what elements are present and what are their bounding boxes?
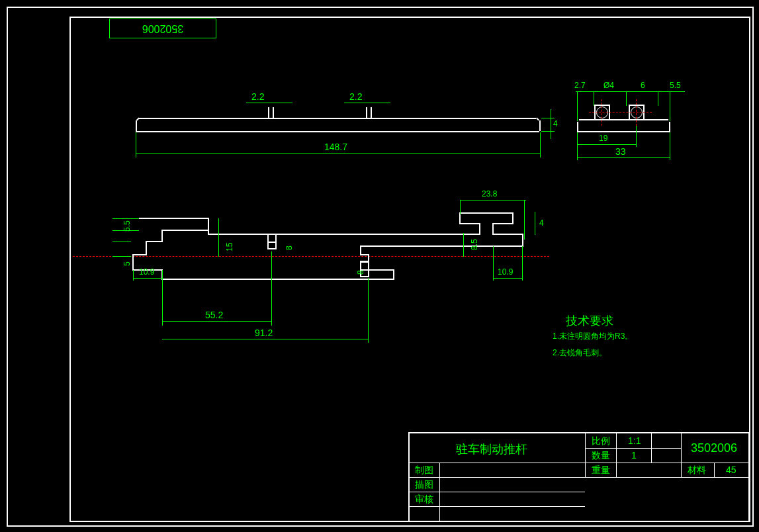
hole2 xyxy=(631,107,643,118)
dim-109l-l xyxy=(133,278,162,279)
dim-e-top xyxy=(576,91,685,92)
hole2-cl-v xyxy=(636,99,637,126)
dim-6: 6 xyxy=(641,81,645,90)
dim-33-e2 xyxy=(670,132,670,160)
tech-req-2: 2.去锐角毛刺。 xyxy=(553,347,607,359)
dim-19-e1 xyxy=(577,132,578,147)
tb-weight: 重量 xyxy=(592,465,610,476)
ext-e1 xyxy=(577,91,578,121)
front-view-bot xyxy=(136,131,539,132)
end-base-r xyxy=(669,122,670,131)
dim-912-e2 xyxy=(368,278,369,343)
tb-scale-val: 1:1 xyxy=(628,435,641,446)
dim-33-l xyxy=(577,157,670,158)
dim-4-l xyxy=(541,118,555,118)
dim-4p: 4 xyxy=(539,218,544,228)
end-base-l xyxy=(577,122,578,131)
tech-req-1: 1.未注明圆角均为R3。 xyxy=(553,331,633,342)
dim-85p: 8.5 xyxy=(470,239,479,250)
ext-e2 xyxy=(594,91,594,106)
front-view-r xyxy=(539,120,541,131)
tb-qty-lbl: 数量 xyxy=(592,450,610,462)
dim-19: 19 xyxy=(599,134,607,143)
dim-55-l2 xyxy=(112,230,139,231)
tb-qty-val: 1 xyxy=(631,450,637,461)
ext-e4 xyxy=(658,91,658,106)
dim-19-l xyxy=(577,144,637,145)
dim-15v xyxy=(218,218,219,257)
ext-e5 xyxy=(670,91,670,121)
dim-552: 55.2 xyxy=(205,310,223,320)
tb-material-val: 45 xyxy=(726,465,737,475)
dim-148-txt: 148.7 xyxy=(324,142,347,152)
dim-4pv xyxy=(535,212,535,235)
tb-scale-lbl: 比例 xyxy=(592,435,610,447)
end-base-top xyxy=(579,119,668,120)
dim-pin1: 2.2 xyxy=(251,91,264,102)
dim-109r-e2 xyxy=(522,246,523,281)
dim-552-e2 xyxy=(271,251,272,326)
dim-15p: 15 xyxy=(225,243,234,251)
pin2 xyxy=(366,107,367,118)
dim-4-l2 xyxy=(541,131,555,132)
dim-line-pin2 xyxy=(344,103,390,103)
dim-109l-e1 xyxy=(133,270,134,281)
pin1b xyxy=(273,107,274,118)
dim-109r-e1 xyxy=(493,246,494,281)
dim-33-e1b xyxy=(577,146,578,160)
plan-view-outline xyxy=(129,205,542,304)
dim-238-e1 xyxy=(460,200,461,214)
end-base-bot xyxy=(577,131,670,132)
dim-55e: 5.5 xyxy=(670,81,681,90)
dim-4-txt: 4 xyxy=(553,119,558,128)
dim-33: 33 xyxy=(615,146,626,157)
dim-27: 2.7 xyxy=(574,81,586,90)
dim-109r-l xyxy=(493,278,522,279)
title-block: 驻车制动推杆 比例 1:1 数量 1 3502006 制图 重量 材料 45 描… xyxy=(408,432,750,522)
dim-line-pin1 xyxy=(246,103,292,103)
dim-5p: 5 xyxy=(122,261,132,266)
tb-check: 审核 xyxy=(415,494,433,506)
hole1 xyxy=(596,107,608,118)
dim-4-v xyxy=(551,109,551,139)
dim-55-l1 xyxy=(112,218,139,219)
dim-8p: 8 xyxy=(285,245,294,250)
front-view-l xyxy=(136,120,137,131)
boss1-t xyxy=(594,105,610,106)
dim-8bp: 8 xyxy=(356,270,365,275)
dim-238-l xyxy=(460,200,526,200)
dim-109r: 10.9 xyxy=(498,267,513,277)
pin1 xyxy=(268,107,269,118)
tb-material: 材料 xyxy=(688,465,706,476)
dim-912-l xyxy=(162,339,369,339)
tb-dwg-no: 3502006 xyxy=(691,441,737,455)
tb-trace: 描图 xyxy=(415,479,433,491)
tech-req-title: 技术要求 xyxy=(566,313,613,329)
part-id-box: 3502006 xyxy=(109,19,216,38)
dim-5-l2 xyxy=(112,242,131,242)
dim-552-e1 xyxy=(162,279,163,326)
dim-109l: 10.9 xyxy=(139,267,154,277)
front-view-top xyxy=(139,118,536,119)
dim-pin2: 2.2 xyxy=(349,91,362,102)
dim-5-l1 xyxy=(112,256,131,257)
tb-part-name: 驻车制动推杆 xyxy=(456,441,527,457)
dim-phi4: Ø4 xyxy=(603,81,614,90)
hole1-cl-v xyxy=(602,99,602,126)
dim-238-e2 xyxy=(524,200,525,240)
pin2b xyxy=(371,107,372,118)
dim-148 xyxy=(136,154,541,154)
ext-e3 xyxy=(626,91,627,106)
boss2-t xyxy=(629,105,645,106)
dim-19-e2 xyxy=(636,126,637,147)
dim-912: 91.2 xyxy=(255,328,273,338)
hole-cl-h xyxy=(589,112,652,112)
dim-85v xyxy=(463,233,464,257)
dim-238: 23.8 xyxy=(482,189,497,199)
tb-drawn: 制图 xyxy=(415,465,433,476)
dim-552-l xyxy=(162,321,272,322)
